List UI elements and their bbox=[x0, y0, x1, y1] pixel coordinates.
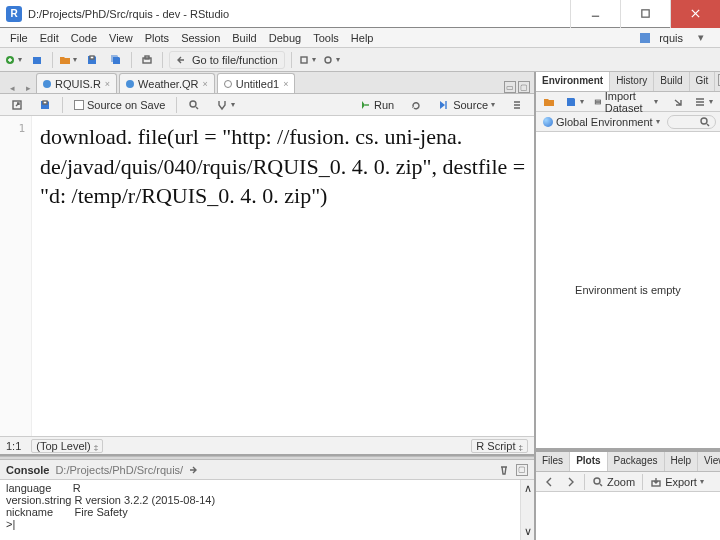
chevron-down-icon: ▾ bbox=[312, 55, 316, 64]
code-tools-button[interactable]: ▾ bbox=[211, 97, 240, 113]
r-file-icon bbox=[126, 80, 134, 88]
chevron-down-icon: ▾ bbox=[692, 29, 710, 46]
import-dataset-button[interactable]: Import Dataset ▾ bbox=[591, 90, 661, 114]
menu-help[interactable]: Help bbox=[345, 30, 380, 46]
tab-build[interactable]: Build bbox=[654, 72, 689, 91]
close-tab-icon[interactable]: × bbox=[202, 79, 207, 89]
open-file-button[interactable]: ▾ bbox=[59, 51, 77, 69]
show-in-new-window-button[interactable] bbox=[6, 97, 28, 113]
clear-env-button[interactable] bbox=[669, 96, 687, 108]
goto-dir-icon[interactable] bbox=[187, 464, 199, 476]
console-line: version.string R version 3.2.2 (2015-08-… bbox=[6, 494, 528, 506]
pane-collapse-button[interactable]: ▢ bbox=[516, 464, 528, 476]
rerun-button[interactable] bbox=[405, 97, 427, 113]
plot-export-button[interactable]: Export ▾ bbox=[647, 476, 707, 488]
menu-build[interactable]: Build bbox=[226, 30, 262, 46]
source-editor[interactable]: 1 download. file(url = "http: //fusion. … bbox=[0, 116, 534, 436]
chevron-down-icon: ▾ bbox=[18, 55, 22, 64]
svg-rect-3 bbox=[90, 56, 94, 59]
run-label: Run bbox=[374, 99, 394, 111]
checkbox-icon bbox=[74, 100, 84, 110]
tab-help-viewer[interactable]: Help bbox=[665, 452, 699, 471]
tab-files[interactable]: Files bbox=[536, 452, 570, 471]
menu-edit[interactable]: Edit bbox=[34, 30, 65, 46]
find-replace-button[interactable] bbox=[183, 97, 205, 113]
menu-debug[interactable]: Debug bbox=[263, 30, 307, 46]
scrollbar[interactable]: ∧∨ bbox=[520, 480, 534, 540]
env-view-mode-button[interactable]: ▾ bbox=[691, 96, 716, 108]
tab-label: Untitled1 bbox=[236, 78, 279, 90]
scope-selector[interactable]: (Top Level) ‡ bbox=[31, 439, 103, 453]
save-all-button[interactable] bbox=[107, 51, 125, 69]
document-outline-button[interactable] bbox=[506, 97, 528, 113]
goto-placeholder: Go to file/function bbox=[192, 54, 278, 66]
tab-label: RQUIS.R bbox=[55, 78, 101, 90]
save-workspace-button[interactable]: ▾ bbox=[562, 96, 587, 108]
project-selector[interactable]: rquis ▾ bbox=[640, 29, 716, 46]
minimize-button[interactable] bbox=[570, 0, 620, 28]
console-prompt[interactable]: >| bbox=[6, 518, 528, 530]
console-body[interactable]: language R version.string R version 3.2.… bbox=[0, 480, 534, 540]
tab-viewer[interactable]: Viewer bbox=[698, 452, 720, 471]
new-project-button[interactable] bbox=[28, 51, 46, 69]
plot-prev-button[interactable] bbox=[540, 476, 558, 488]
tab-plots[interactable]: Plots bbox=[570, 452, 607, 471]
menu-view[interactable]: View bbox=[103, 30, 139, 46]
close-tab-icon[interactable]: × bbox=[105, 79, 110, 89]
pane-popout-button[interactable]: ▭ bbox=[504, 81, 516, 93]
tab-packages[interactable]: Packages bbox=[608, 452, 665, 471]
maximize-button[interactable] bbox=[620, 0, 670, 28]
run-button[interactable]: Run bbox=[354, 97, 399, 113]
save-button[interactable] bbox=[34, 97, 56, 113]
svg-rect-9 bbox=[43, 101, 47, 104]
svg-point-12 bbox=[701, 118, 707, 124]
tab-environment[interactable]: Environment bbox=[536, 72, 610, 91]
chevron-down-icon: ▾ bbox=[654, 97, 658, 106]
goto-file-input[interactable]: Go to file/function bbox=[169, 51, 285, 69]
menu-plots[interactable]: Plots bbox=[139, 30, 175, 46]
r-file-icon bbox=[43, 80, 51, 88]
tab-nav-fwd[interactable]: ▸ bbox=[20, 83, 36, 93]
tab-nav-back[interactable]: ◂ bbox=[4, 83, 20, 93]
save-button[interactable] bbox=[83, 51, 101, 69]
menu-tools[interactable]: Tools bbox=[307, 30, 345, 46]
app-icon: R bbox=[6, 6, 22, 22]
svg-rect-0 bbox=[642, 10, 649, 17]
chevron-down-icon: ▾ bbox=[491, 100, 495, 109]
tab-git[interactable]: Git bbox=[690, 72, 716, 91]
menu-session[interactable]: Session bbox=[175, 30, 226, 46]
chevron-down-icon: ▾ bbox=[336, 55, 340, 64]
chevron-down-icon: ▾ bbox=[580, 97, 584, 106]
globe-icon bbox=[543, 117, 553, 127]
close-button[interactable] bbox=[670, 0, 720, 28]
tab-history[interactable]: History bbox=[610, 72, 654, 91]
env-scope-selector[interactable]: Global Environment ▾ bbox=[540, 116, 663, 128]
plot-next-button[interactable] bbox=[562, 476, 580, 488]
tab-rquis-r[interactable]: RQUIS.R × bbox=[36, 73, 117, 93]
svg-rect-2 bbox=[33, 57, 41, 64]
menu-file[interactable]: File bbox=[4, 30, 34, 46]
code-content: download. file(url = "http: //fusion. cs… bbox=[32, 116, 534, 436]
cursor-position: 1:1 bbox=[6, 440, 21, 452]
tab-untitled1[interactable]: Untitled1 × bbox=[217, 73, 296, 93]
source-on-save-toggle[interactable]: Source on Save bbox=[69, 97, 170, 113]
source-on-save-label: Source on Save bbox=[87, 99, 165, 111]
addins-button[interactable]: ▾ bbox=[322, 51, 340, 69]
load-workspace-button[interactable] bbox=[540, 96, 558, 108]
svg-point-13 bbox=[594, 478, 600, 484]
env-search-input[interactable] bbox=[667, 115, 716, 129]
tab-weather-qr[interactable]: Weather.QR × bbox=[119, 73, 215, 93]
build-tools-button[interactable]: ▾ bbox=[298, 51, 316, 69]
pane-collapse-button[interactable]: ▢ bbox=[518, 81, 530, 93]
chevron-down-icon: ▾ bbox=[709, 97, 713, 106]
plots-body bbox=[536, 492, 720, 540]
clear-console-icon[interactable] bbox=[498, 464, 510, 476]
print-button[interactable] bbox=[138, 51, 156, 69]
language-mode-selector[interactable]: R Script ‡ bbox=[471, 439, 528, 453]
menu-code[interactable]: Code bbox=[65, 30, 103, 46]
close-tab-icon[interactable]: × bbox=[283, 79, 288, 89]
plot-zoom-button[interactable]: Zoom bbox=[589, 476, 638, 488]
source-button[interactable]: Source ▾ bbox=[433, 97, 500, 113]
new-file-button[interactable]: ▾ bbox=[4, 51, 22, 69]
env-empty-label: Environment is empty bbox=[575, 284, 681, 296]
